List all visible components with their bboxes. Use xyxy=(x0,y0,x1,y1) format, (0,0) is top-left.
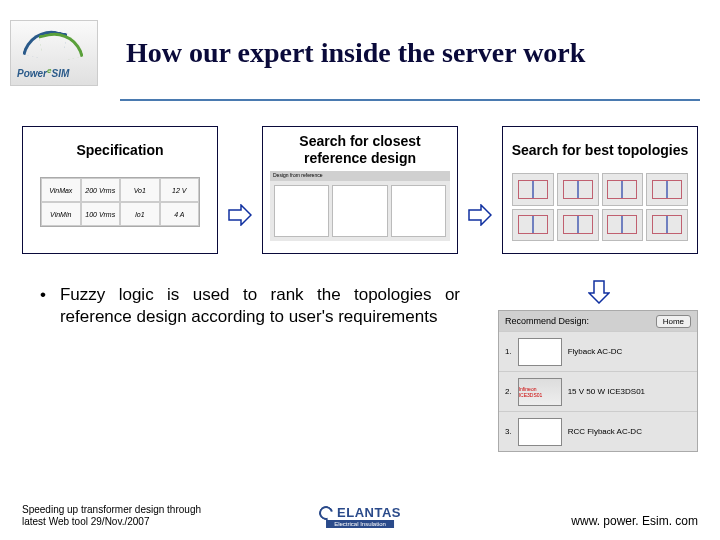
rec-thumb xyxy=(518,338,562,366)
elantas-logo: ELANTAS Electrical Insulation xyxy=(319,505,401,528)
logo-brand: Power xyxy=(17,68,47,79)
spec-cell: 4 A xyxy=(160,202,200,226)
flow-box-topologies: Search for best topologies xyxy=(502,126,698,254)
bullet-text: Fuzzy logic is used to rank the topologi… xyxy=(60,284,460,328)
ref-header: Design from reference xyxy=(270,171,450,181)
arrow-right-icon xyxy=(465,204,495,226)
rec-thumb: Infineon ICE3DS01 xyxy=(518,378,562,406)
topology-thumb xyxy=(512,209,554,242)
powersim-logo: PowereSIM xyxy=(10,20,98,86)
footer-center: ELANTAS Electrical Insulation xyxy=(319,505,401,528)
topology-thumb xyxy=(557,173,599,206)
title-underline xyxy=(120,99,700,101)
arrow-right-icon xyxy=(225,204,255,226)
bullet-mark: • xyxy=(40,284,46,328)
recommend-row: 2. Infineon ICE3DS01 15 V 50 W ICE3DS01 xyxy=(499,371,697,411)
topology-thumb xyxy=(512,173,554,206)
rec-caption: 15 V 50 W ICE3DS01 xyxy=(568,387,645,396)
ref-col xyxy=(332,185,387,237)
rec-caption: RCC Flyback AC-DC xyxy=(568,427,642,436)
elantas-name: ELANTAS xyxy=(337,505,401,520)
rec-num: 3. xyxy=(505,427,512,436)
recommend-row: 1. Flyback AC-DC xyxy=(499,331,697,371)
flow-row: Specification VinMax 200 Vrms Vo1 12 V V… xyxy=(0,86,720,254)
recommend-header: Recommend Design: Home xyxy=(499,311,697,331)
spec-cell: Vo1 xyxy=(120,178,160,202)
flow-box-reference: Search for closest reference design Desi… xyxy=(262,126,458,254)
flow-box-specification: Specification VinMax 200 Vrms Vo1 12 V V… xyxy=(22,126,218,254)
spec-cell: Io1 xyxy=(120,202,160,226)
topology-thumb xyxy=(646,173,688,206)
spec-cell: VinMin xyxy=(41,202,81,226)
footer-left: Speeding up transformer design through l… xyxy=(22,504,222,528)
logo-suffix: SIM xyxy=(51,68,69,79)
ref-col xyxy=(274,185,329,237)
topology-thumb xyxy=(602,209,644,242)
spec-table: VinMax 200 Vrms Vo1 12 V VinMin 100 Vrms… xyxy=(40,177,200,227)
footer-line2: latest Web tool 29/Nov./2007 xyxy=(22,516,222,528)
bullet-area: • Fuzzy logic is used to rank the topolo… xyxy=(0,254,500,328)
recommend-row: 3. RCC Flyback AC-DC xyxy=(499,411,697,451)
spec-cell: VinMax xyxy=(41,178,81,202)
page-title: How our expert inside the server work xyxy=(126,37,585,69)
arrow-down-icon xyxy=(588,280,610,308)
recommend-title: Recommend Design: xyxy=(505,316,589,326)
spec-cell: 12 V xyxy=(160,178,200,202)
footer-line1: Speeding up transformer design through xyxy=(22,504,222,516)
topology-thumb xyxy=(602,173,644,206)
topology-grid xyxy=(512,173,688,241)
flow-label: Search for best topologies xyxy=(512,133,689,167)
home-button[interactable]: Home xyxy=(656,315,691,328)
spec-cell: 100 Vrms xyxy=(81,202,121,226)
topology-thumb xyxy=(557,209,599,242)
reference-panel: Design from reference xyxy=(270,171,450,241)
bullet-item: • Fuzzy logic is used to rank the topolo… xyxy=(40,284,460,328)
flow-label: Search for closest reference design xyxy=(267,133,453,167)
ref-col xyxy=(391,185,446,237)
header: PowereSIM How our expert inside the serv… xyxy=(0,0,720,86)
footer: Speeding up transformer design through l… xyxy=(0,504,720,528)
elantas-sub: Electrical Insulation xyxy=(326,520,394,528)
rec-num: 1. xyxy=(505,347,512,356)
rec-num: 2. xyxy=(505,387,512,396)
footer-url: www. power. Esim. com xyxy=(571,514,698,528)
topology-thumb xyxy=(646,209,688,242)
rec-caption: Flyback AC-DC xyxy=(568,347,623,356)
rec-thumb xyxy=(518,418,562,446)
recommend-panel: Recommend Design: Home 1. Flyback AC-DC … xyxy=(498,310,698,452)
flow-label: Specification xyxy=(76,133,163,167)
spec-cell: 200 Vrms xyxy=(81,178,121,202)
